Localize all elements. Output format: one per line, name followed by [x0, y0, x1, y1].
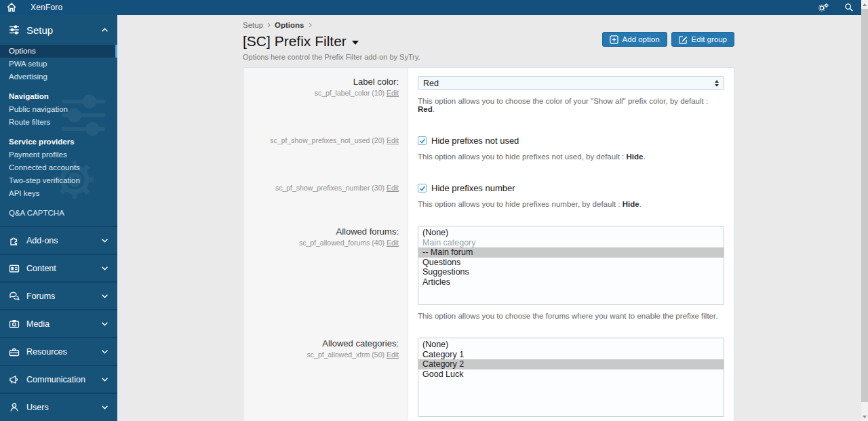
title-dropdown-caret-icon[interactable] [352, 41, 359, 45]
sidebar-section-label: Users [26, 403, 49, 412]
description-bold: Hide [623, 200, 639, 208]
description-text: . [643, 153, 645, 161]
chevron-down-icon [101, 321, 108, 326]
description-bold: Hide [627, 153, 644, 161]
breadcrumb: Setup Options [243, 15, 734, 29]
hide-prefixes-number-checkbox-row[interactable]: Hide prefixes number [418, 183, 724, 193]
cards-icon [9, 263, 20, 274]
chevron-down-icon [101, 266, 108, 270]
sidebar-section-media[interactable]: Media [0, 309, 117, 337]
sidebar-section-users[interactable]: Users [0, 393, 117, 420]
scrollbar-up-arrow-icon[interactable] [861, 0, 868, 9]
listbox-option[interactable]: Suggestions [418, 267, 724, 277]
home-icon[interactable] [0, 2, 24, 13]
select-value: Red [423, 79, 439, 88]
edit-option-link[interactable]: Edit [387, 350, 399, 359]
listbox-option[interactable]: Questions [418, 258, 724, 268]
sidebar-section-resources[interactable]: Resources [0, 337, 117, 365]
scrollbar-thumb[interactable] [861, 9, 868, 402]
label-color-select[interactable]: Red [418, 76, 724, 90]
option-id: sc_pf_show_prefixes_number (30) [275, 184, 384, 192]
description-bold: Red [418, 105, 433, 113]
edit-option-link[interactable]: Edit [387, 184, 399, 192]
header-buttons: Add option Edit group [602, 32, 734, 47]
description-text: . [639, 200, 642, 208]
option-id: sc_pf_label_color (10) [315, 89, 384, 97]
sidebar-section-forums[interactable]: Forums [0, 281, 117, 309]
sidebar-item-public-navigation[interactable]: Public navigation [0, 103, 117, 116]
listbox-option[interactable]: Good Luck [418, 369, 724, 380]
add-option-button[interactable]: Add option [602, 32, 667, 47]
pencil-square-icon [679, 35, 688, 44]
edit-group-label: Edit group [692, 35, 727, 43]
select-updown-icon [715, 80, 719, 87]
form-row-allowed-forums: Allowed forums: sc_pf_allowed_forums (40… [243, 218, 734, 329]
hide-prefixes-not-used-checkbox-row[interactable]: Hide prefixes not used [418, 136, 724, 146]
form-row-label-color: Label color: sc_pf_label_color (10) Edit… [243, 68, 734, 123]
sidebar-item-advertising[interactable]: Advertising [0, 71, 117, 83]
listbox-option[interactable]: (None) [418, 340, 724, 350]
edit-option-link[interactable]: Edit [387, 239, 399, 247]
checkbox-checked-icon[interactable] [418, 184, 427, 193]
edit-group-button[interactable]: Edit group [671, 32, 734, 47]
option-id: sc_pf_allowed_forums (40) [299, 239, 384, 247]
sidebar-item-options[interactable]: Options [0, 45, 117, 58]
sidebar-section-content[interactable]: Content [0, 254, 117, 281]
description-text: This option allows you to hide prefixes … [418, 200, 623, 208]
edit-option-link[interactable]: Edit [387, 136, 399, 144]
form-row-hide-prefixes-not-used: sc_pf_show_prefixes_not_used (20) Edit H… [243, 123, 734, 170]
allowed-forums-listbox[interactable]: (None) Main category -- Main forum Quest… [418, 226, 724, 305]
sidebar-section-label: Add-ons [26, 236, 58, 245]
listbox-option[interactable]: Main category [418, 238, 724, 248]
listbox-option[interactable]: Articles [418, 277, 724, 287]
page-title: [SC] Prefix Filter [243, 33, 347, 49]
label-cell: Label color: sc_pf_label_color (10) Edit [243, 68, 408, 123]
label-cell: sc_pf_show_prefixes_number (30) Edit [243, 170, 408, 218]
gears-icon[interactable] [810, 0, 837, 15]
checkbox-label: Hide prefixes number [431, 183, 515, 193]
sidebar-item-route-filters[interactable]: Route filters [0, 116, 117, 129]
listbox-option[interactable]: Category 1 [418, 350, 724, 360]
sidebar-collapsed-sections: Add-ons Content Forums Media Resources C… [0, 226, 117, 420]
listbox-option-selected[interactable]: Category 2 [418, 359, 724, 369]
main-area: Setup Options [SC] Prefix Filter Options… [117, 15, 861, 421]
sidebar-section-label: Communication [26, 375, 85, 384]
label-cell: sc_pf_show_prefixes_not_used (20) Edit [243, 123, 408, 170]
search-icon[interactable] [837, 0, 861, 15]
sidebar-section-label: Resources [26, 347, 67, 357]
sidebar-section-add-ons[interactable]: Add-ons [0, 226, 117, 254]
control-cell: Red This option allows you to choose the… [408, 68, 734, 123]
control-cell: (None) Main category -- Main forum Quest… [408, 218, 734, 329]
listbox-option-selected[interactable]: -- Main forum [418, 247, 724, 258]
page-scrollbar[interactable] [861, 0, 868, 421]
camera-icon [9, 319, 20, 329]
checkbox-checked-icon[interactable] [418, 136, 427, 145]
brand-xenforo[interactable]: XenForo [24, 3, 69, 12]
field-hint: sc_pf_show_prefixes_number (30) Edit [249, 184, 399, 192]
listbox-option[interactable]: (None) [418, 228, 724, 238]
breadcrumb-options[interactable]: Options [275, 21, 304, 29]
option-id: sc_pf_show_prefixes_not_used (20) [270, 136, 384, 144]
sidebar-item-pwa-setup[interactable]: PWA setup [0, 58, 117, 71]
sidebar-item-two-step-verification[interactable]: Two-step verification [0, 174, 117, 187]
sidebar-item-payment-profiles[interactable]: Payment profiles [0, 148, 117, 161]
field-label: Label color: [249, 77, 399, 87]
options-form: Label color: sc_pf_label_color (10) Edit… [243, 67, 734, 421]
sidebar-group-navigation: Navigation [0, 89, 117, 103]
allowed-categories-listbox[interactable]: (None) Category 1 Category 2 Good Luck [418, 338, 724, 417]
sidebar-section-setup[interactable]: Setup [0, 15, 117, 45]
edit-option-link[interactable]: Edit [387, 89, 399, 97]
chevron-down-icon [101, 377, 108, 382]
field-hint: sc_pf_label_color (10) Edit [249, 89, 399, 97]
sidebar-item-qa-captcha[interactable]: Q&A CAPTCHA [0, 207, 117, 220]
breadcrumb-setup[interactable]: Setup [243, 21, 263, 29]
sidebar-item-connected-accounts[interactable]: Connected accounts [0, 161, 117, 174]
sidebar-item-api-keys[interactable]: API keys [0, 187, 117, 200]
sidebar-gap [0, 200, 117, 207]
field-description: This option allows you to hide prefixes … [418, 153, 724, 161]
scrollbar-down-arrow-icon[interactable] [861, 412, 868, 421]
toolbox-icon [9, 346, 20, 357]
breadcrumb-chevron-icon [309, 22, 312, 28]
checkbox-label: Hide prefixes not used [431, 136, 519, 146]
sidebar-section-communication[interactable]: Communication [0, 365, 117, 393]
